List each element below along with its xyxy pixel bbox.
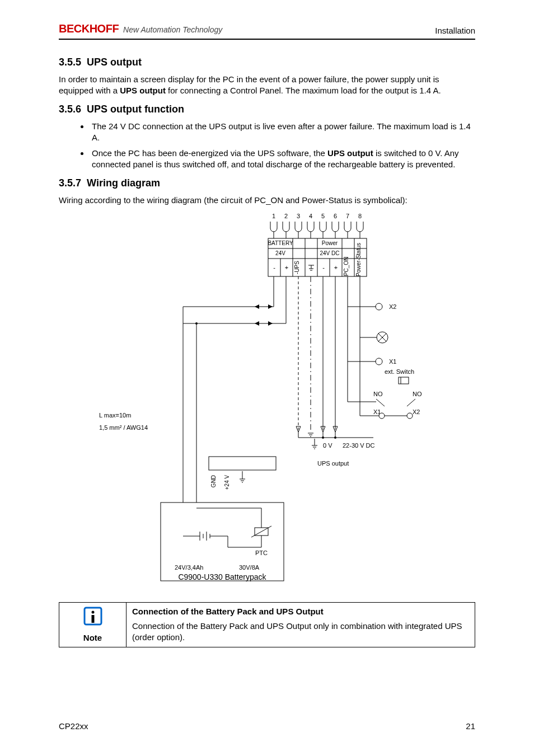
section-357-number: 3.5.7 (59, 177, 81, 189)
svg-text:X2: X2 (389, 303, 396, 310)
svg-text:-UPS: -UPS (294, 260, 300, 274)
svg-marker-52 (268, 304, 273, 309)
svg-marker-53 (255, 321, 259, 326)
svg-rect-143 (91, 615, 94, 623)
svg-text:PC_ON: PC_ON (343, 257, 349, 276)
note-left-cell: Note (59, 602, 127, 647)
logo-tagline: New Automation Technology (123, 25, 222, 34)
section-355-title: UPS output (87, 57, 142, 68)
svg-text:8: 8 (358, 213, 362, 219)
svg-text:1: 1 (272, 213, 275, 219)
svg-point-59 (376, 303, 382, 310)
svg-text:X1: X1 (389, 358, 396, 365)
section-357-title: Wiring diagram (87, 177, 160, 189)
logo-block: BECKHOFF New Automation Technology (59, 22, 222, 35)
note-title: Connection of the Battery Pack and UPS O… (132, 606, 469, 617)
svg-text:NO: NO (373, 391, 383, 397)
list-item: Once the PC has been de-energized via th… (90, 148, 475, 171)
section-356-title: UPS output function (87, 104, 184, 115)
header-section-label: Installation (435, 26, 475, 35)
svg-text:+: + (285, 264, 288, 271)
svg-text:24V: 24V (275, 250, 285, 256)
svg-text:24V DC: 24V DC (320, 250, 339, 256)
svg-text:BATTERY: BATTERY (268, 240, 293, 246)
svg-point-81 (407, 413, 413, 419)
svg-text:24V/3,4Ah: 24V/3,4Ah (175, 564, 203, 571)
svg-line-77 (407, 399, 415, 406)
svg-line-76 (376, 399, 385, 406)
svg-text:-: - (322, 264, 325, 271)
section-355-body: In order to maintain a screen display fo… (59, 74, 475, 97)
terminal-screws (270, 222, 363, 238)
svg-text:1,5 mm² / AWG14: 1,5 mm² / AWG14 (99, 424, 148, 431)
svg-text:2: 2 (284, 213, 288, 219)
wiring-diagram-svg: .l { stroke:#000; stroke-width:1; fill:n… (93, 212, 441, 592)
svg-point-80 (379, 413, 385, 419)
page-footer: CP22xx 21 (59, 721, 475, 731)
footer-page-number: 21 (466, 721, 475, 731)
note-body: Connection of the Battery Pack and UPS O… (132, 621, 462, 642)
terminal-numbers: 1 2 3 4 5 6 7 8 (272, 213, 362, 219)
svg-text:4: 4 (309, 213, 312, 219)
svg-text:30V/8A: 30V/8A (239, 564, 260, 571)
svg-text:ext. Switch: ext. Switch (385, 368, 414, 375)
svg-point-68 (376, 358, 382, 365)
wiring-diagram: .l { stroke:#000; stroke-width:1; fill:n… (59, 212, 475, 592)
svg-text:GND: GND (210, 475, 217, 487)
svg-text:X2: X2 (413, 408, 420, 415)
svg-text:Power-Status: Power-Status (355, 243, 362, 276)
note-body-cell: Connection of the Battery Pack and UPS O… (127, 602, 475, 647)
section-356-bullets: The 24 V DC connection at the UPS output… (90, 121, 475, 171)
svg-text:0 V: 0 V (323, 442, 332, 449)
svg-marker-54 (268, 321, 273, 326)
section-356-number: 3.5.6 (59, 104, 81, 115)
list-item: The 24 V DC connection at the UPS output… (90, 121, 475, 144)
info-icon (83, 606, 103, 629)
svg-text:3: 3 (297, 213, 300, 219)
svg-point-57 (195, 322, 198, 325)
svg-marker-51 (255, 304, 259, 309)
svg-text:+24 V: +24 V (224, 475, 230, 490)
section-355-number: 3.5.5 (59, 57, 81, 68)
logo-main: BECKHOFF (59, 22, 119, 35)
page-header: BECKHOFF New Automation Technology Insta… (59, 22, 475, 40)
svg-text:22-30 V DC: 22-30 V DC (343, 442, 375, 449)
svg-rect-71 (399, 377, 409, 384)
svg-text:Power: Power (322, 240, 338, 246)
svg-text:PTC: PTC (255, 550, 268, 556)
svg-text:5: 5 (321, 213, 325, 219)
svg-point-142 (91, 611, 94, 613)
section-356-heading: 3.5.6 UPS output function (59, 104, 475, 115)
note-label: Note (65, 632, 120, 644)
svg-text:6: 6 (334, 213, 337, 219)
svg-text:7: 7 (346, 213, 349, 219)
svg-text:C9900-U330 Batterypack: C9900-U330 Batterypack (178, 572, 266, 581)
section-355-heading: 3.5.5 UPS output (59, 57, 475, 68)
footer-product: CP22xx (59, 721, 88, 731)
svg-text:UPS output: UPS output (317, 460, 349, 467)
svg-rect-113 (209, 457, 276, 470)
section-357-heading: 3.5.7 Wiring diagram (59, 177, 475, 189)
svg-text:-: - (273, 264, 275, 271)
note-box: Note Connection of the Battery Pack and … (59, 602, 475, 648)
svg-text:NO: NO (413, 391, 422, 397)
svg-text:L max=10m: L max=10m (99, 412, 131, 419)
section-357-body: Wiring according to the wiring diagram (… (59, 195, 475, 206)
svg-text:+: + (334, 264, 338, 271)
ups-output-connector: 1 2 (209, 457, 276, 470)
